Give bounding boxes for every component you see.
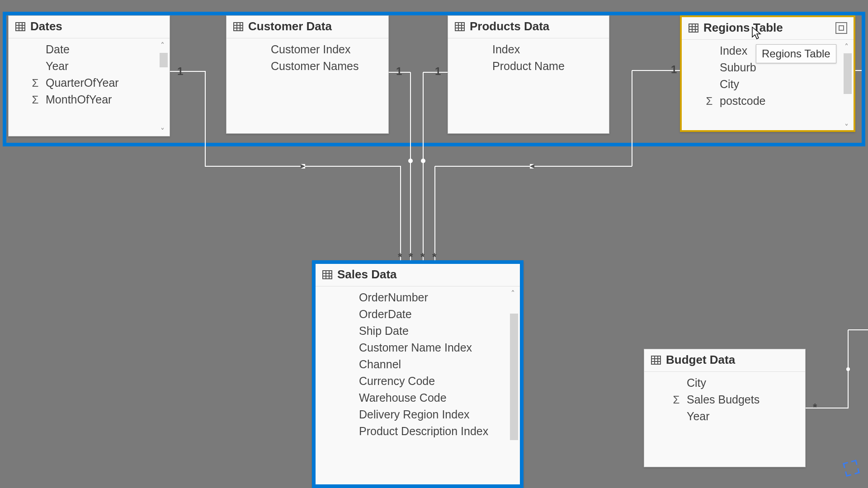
scroll-up-icon[interactable]: ˄ <box>842 42 851 52</box>
field-label: Customer Index <box>271 43 350 56</box>
fit-to-screen-icon[interactable] <box>841 458 862 482</box>
sigma-icon <box>703 95 716 108</box>
field-label: Delivery Region Index <box>359 408 470 421</box>
field-label: Channel <box>359 358 401 371</box>
field-row[interactable]: Customer Name Index <box>316 339 520 356</box>
scroll-down-icon[interactable]: ˅ <box>158 127 167 136</box>
table-products-data[interactable]: Products Data IndexProduct Name <box>448 15 609 134</box>
field-label: Year <box>687 410 710 423</box>
field-row[interactable]: Year <box>9 58 170 75</box>
svg-rect-20 <box>839 26 844 30</box>
field-row[interactable]: Index <box>448 41 609 58</box>
field-label: Suburb <box>720 61 756 74</box>
field-row[interactable]: MonthOfYear <box>9 91 170 108</box>
table-title: Products Data <box>470 19 549 33</box>
table-title: Budget Data <box>666 353 735 367</box>
svg-rect-26 <box>651 356 660 364</box>
field-row[interactable]: OrderDate <box>316 306 520 323</box>
svg-marker-48 <box>301 164 305 169</box>
field-label: Product Name <box>492 60 565 73</box>
svg-point-52 <box>421 159 425 163</box>
table-icon <box>233 21 244 32</box>
table-dates[interactable]: Dates ˄ DateYearQuarterOfYearMonthOfYear… <box>8 15 170 136</box>
field-label: Sales Budgets <box>687 393 760 406</box>
field-label: Index <box>720 44 747 57</box>
field-label: OrderDate <box>359 308 412 321</box>
table-icon <box>15 21 26 32</box>
svg-rect-5 <box>234 23 243 31</box>
field-label: Year <box>46 60 69 73</box>
field-label: postcode <box>720 94 765 108</box>
field-row[interactable]: QuarterOfYear <box>9 75 170 91</box>
field-label: Date <box>46 43 70 56</box>
cardinality-one: 1 <box>435 65 441 78</box>
field-label: MonthOfYear <box>46 93 112 106</box>
cardinality-one: 1 <box>396 65 402 78</box>
field-row[interactable]: Channel <box>316 356 520 373</box>
table-customer-data[interactable]: Customer Data Customer IndexCustomer Nam… <box>226 15 389 134</box>
svg-point-53 <box>846 367 850 371</box>
tooltip-regions-table: Regions Table <box>756 44 836 63</box>
field-label: City <box>720 78 739 91</box>
table-icon <box>651 355 661 366</box>
scroll-up-icon[interactable]: ˄ <box>158 41 167 50</box>
field-row[interactable]: Ship Date <box>316 323 520 339</box>
field-row[interactable]: Customer Names <box>226 58 388 75</box>
field-label: Ship Date <box>359 324 409 338</box>
cardinality-many: * <box>420 251 425 263</box>
sigma-icon <box>28 94 42 106</box>
field-row[interactable]: Date <box>9 41 170 58</box>
table-budget-data[interactable]: Budget Data CitySales BudgetsYear <box>644 349 806 467</box>
svg-rect-21 <box>323 271 332 279</box>
svg-marker-50 <box>530 164 534 169</box>
field-row[interactable]: postcode <box>682 93 854 109</box>
maximize-icon[interactable] <box>835 22 847 34</box>
table-icon <box>688 23 699 33</box>
field-row[interactable]: OrderNumber <box>316 289 520 306</box>
sigma-icon <box>28 77 42 89</box>
cardinality-many: * <box>398 251 402 263</box>
table-icon <box>454 21 465 32</box>
field-label: Currency Code <box>359 375 435 388</box>
svg-rect-15 <box>689 24 698 32</box>
cardinality-many: * <box>432 251 436 263</box>
field-row[interactable]: Product Description Index <box>316 423 520 440</box>
cursor-icon <box>751 26 761 40</box>
field-row[interactable]: Currency Code <box>316 373 520 389</box>
svg-rect-10 <box>455 23 464 31</box>
cardinality-one: 1 <box>671 63 677 76</box>
scroll-thumb[interactable] <box>160 53 168 67</box>
table-regions-table[interactable]: Regions Table ˄ IndexSuburbCitypostcode … <box>680 15 855 132</box>
table-title: Sales Data <box>337 267 397 282</box>
table-icon <box>322 269 333 280</box>
field-row[interactable]: Product Name <box>448 58 609 75</box>
field-row[interactable]: Customer Index <box>226 41 388 58</box>
field-label: Product Description Index <box>359 425 488 438</box>
scroll-thumb[interactable] <box>510 314 518 440</box>
table-title: Regions Table <box>703 21 783 35</box>
svg-rect-49 <box>530 164 534 169</box>
svg-point-51 <box>408 159 413 163</box>
field-label: OrderNumber <box>359 291 428 304</box>
field-label: Index <box>492 43 520 56</box>
svg-rect-0 <box>16 23 25 31</box>
field-label: Customer Name Index <box>359 341 472 354</box>
field-row[interactable]: Year <box>644 408 805 425</box>
field-row[interactable]: City <box>682 76 854 93</box>
field-row[interactable]: Warehouse Code <box>316 389 520 406</box>
field-row[interactable]: Sales Budgets <box>644 391 805 408</box>
cardinality-many: * <box>409 251 413 263</box>
field-label: QuarterOfYear <box>46 76 119 89</box>
scroll-thumb[interactable] <box>844 53 852 94</box>
scroll-up-icon[interactable]: ˄ <box>508 289 517 298</box>
sigma-icon <box>670 394 683 406</box>
cardinality-one: 1 <box>177 65 183 78</box>
table-title: Dates <box>30 19 62 33</box>
scroll-down-icon[interactable]: ˅ <box>842 123 851 132</box>
svg-rect-47 <box>301 164 305 169</box>
table-title: Customer Data <box>248 19 332 33</box>
field-row[interactable]: City <box>644 375 805 391</box>
field-label: Customer Names <box>271 60 359 73</box>
field-row[interactable]: Delivery Region Index <box>316 406 520 423</box>
table-sales-data[interactable]: Sales Data ˄ OrderNumberOrderDateShip Da… <box>312 260 524 488</box>
